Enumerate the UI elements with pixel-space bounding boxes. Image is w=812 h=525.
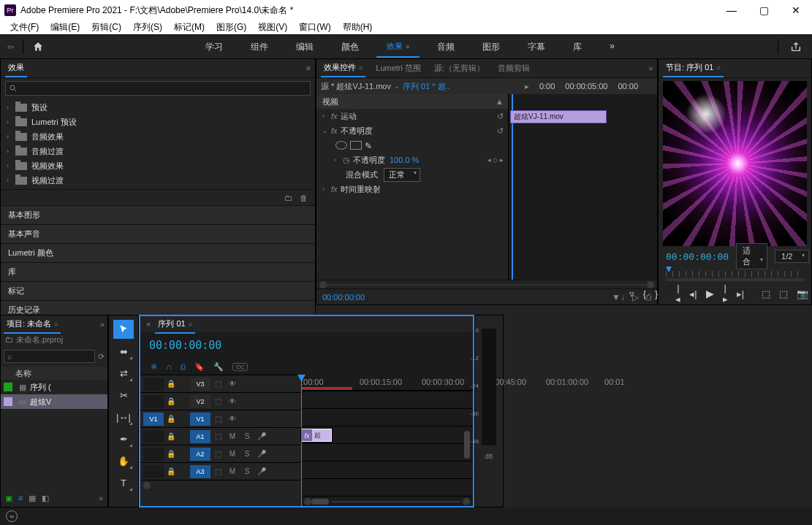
fx-folder-lumetri[interactable]: ›Lumetri 预设 [1,115,315,129]
slip-tool[interactable]: |↔| [113,407,134,426]
tab-lumetri-scopes[interactable]: Lumetri 范围 [373,60,424,77]
maximize-button[interactable]: ▢ [748,0,780,20]
menu-window[interactable]: 窗口(W) [295,20,335,35]
tabs-overflow-icon[interactable]: » [648,64,653,72]
menu-file[interactable]: 文件(F) [6,20,43,35]
resolution-select[interactable]: 1/2 [775,250,809,263]
panel-lumetri-color[interactable]: Lumetri 颜色 [1,243,315,262]
ws-color[interactable]: 颜色 [331,37,369,58]
prop-time-remap[interactable]: ›fx时间重映射 [316,182,508,196]
program-ruler[interactable] [666,267,804,281]
delete-icon[interactable]: 🗑 [300,193,308,202]
effects-search[interactable] [5,81,311,96]
section-toggle-icon[interactable]: ▲ [496,97,504,106]
clip-master[interactable]: 源 * 超炫VJ-11.mov [321,81,391,92]
home-icon[interactable] [32,41,44,53]
zoom-track[interactable] [327,284,647,286]
zoom-handle-left[interactable] [304,498,311,505]
track-v2[interactable]: 🔒V2⬚👁 [140,392,301,410]
zoom-handle-left[interactable] [319,281,327,288]
step-forward-button[interactable]: |▸ [723,283,728,304]
ws-captions[interactable]: 字幕 [517,37,555,58]
export-frame-button[interactable]: 📷 [797,288,808,299]
timeline-timecode[interactable]: 00:00:00:00 [140,339,230,352]
track-select-tool[interactable]: ⬌ [113,342,134,361]
export-frame-icon[interactable]: ⎙ [646,292,651,302]
pen-mask-button[interactable]: ✎ [365,141,376,150]
blend-mode-select[interactable]: 正常 [384,168,420,182]
caption-icon[interactable]: CC [232,363,248,371]
panel-essential-graphics[interactable]: 基本图形 [1,205,315,224]
close-button[interactable]: ✕ [780,0,812,20]
minimize-button[interactable]: — [716,0,748,20]
fx-folder-audio-tr[interactable]: ›音频过渡 [1,144,315,158]
marker-icon[interactable]: 🔖 [194,362,205,372]
tab-audio-clip[interactable]: 音频剪辑 [495,60,533,77]
fx-folder-presets[interactable]: ›预设 [1,100,315,115]
menu-marker[interactable]: 标记(M) [170,20,209,35]
ec-timecode[interactable]: 00:00:00:00 [322,293,365,302]
ws-assembly[interactable]: 组件 [240,37,278,58]
project-filter-icon[interactable]: ⟳ [98,352,105,361]
pen-tool[interactable]: ✒ [113,429,134,448]
freeform-view-icon[interactable]: ◧ [42,494,49,503]
ripple-edit-tool[interactable]: ⇄ [113,364,134,383]
project-row-sequence[interactable]: ▦ 序列 ( [1,380,107,394]
track-a2[interactable]: 🔒A2⬚MS🎤 [140,445,301,462]
hw-accel-icon[interactable]: ▣ [5,494,12,503]
rect-mask-button[interactable] [350,141,362,150]
ws-effects[interactable]: 效果≡ [376,37,420,58]
keyframe-nav[interactable]: ◂ ◇ ▸ [487,156,504,164]
lane-v2[interactable] [301,408,473,426]
track-height-handle[interactable] [143,482,151,489]
program-tc-left[interactable]: 00:00:00:00 [666,251,729,262]
menu-sequence[interactable]: 序列(S) [129,20,167,35]
prop-opacity[interactable]: ⌄fx不透明度 ↺ [316,123,508,138]
lane-v3[interactable] [301,391,473,408]
track-a1[interactable]: 🔒A1⬚MS🎤 [140,427,301,445]
timeline-ruler[interactable]: :00:00 00:00:15:00 00:00:30:00 00:00:45:… [301,375,473,391]
share-icon[interactable] [790,41,802,53]
clip-instance[interactable]: 序列 01 * 超.. [403,81,450,92]
mark-out-button[interactable]: } [655,288,658,299]
panel-markers[interactable]: 标记 [1,281,315,300]
menu-help[interactable]: 帮助(H) [338,20,377,35]
play-toggle-icon[interactable]: ▸ [525,82,529,91]
hscroll-track[interactable] [332,501,460,502]
panel-libraries[interactable]: 库 [1,262,315,281]
extract-button[interactable]: ⬚ [779,288,788,299]
zoom-fit-select[interactable]: 适合 [736,243,767,269]
go-to-in-button[interactable]: |◂ [675,283,680,304]
work-area-bar[interactable] [301,387,352,390]
timeline-playhead[interactable] [301,375,302,506]
menu-clip[interactable]: 剪辑(C) [87,20,126,35]
prop-motion[interactable]: ›fx运动 ↺ [316,109,508,123]
play-button[interactable]: ▶ [706,288,714,299]
program-video[interactable] [663,81,807,246]
step-back-button[interactable]: ◂| [689,288,697,299]
ws-learn[interactable]: 学习 [195,37,233,58]
go-to-out-button[interactable]: ▸| [737,288,744,299]
lane-a3[interactable] [301,478,473,496]
creative-cloud-icon[interactable]: ∞ [6,510,18,522]
prop-opacity-value[interactable]: ›◷不透明度 100.0 % ◂ ◇ ▸ [316,153,508,167]
panel-essential-sound[interactable]: 基本声音 [1,224,315,243]
fx-folder-audio-fx[interactable]: ›音频效果 [1,129,315,144]
menu-edit[interactable]: 编辑(E) [46,20,84,35]
zoom-handle-right[interactable] [647,281,654,288]
tab-source[interactable]: 源:（无剪辑） [431,60,487,77]
new-bin-icon[interactable]: 🗀 [284,193,292,202]
icon-view-icon[interactable]: ▦ [29,494,36,503]
ws-library[interactable]: 库 [563,37,592,58]
ws-overflow[interactable]: » [599,37,625,58]
mark-in-button[interactable]: { [643,288,646,299]
fx-folder-video-tr[interactable]: ›视频过渡 [1,173,315,188]
ws-audio[interactable]: 音频 [427,37,465,58]
tab-effect-controls[interactable]: 效果控件≡ [321,59,365,77]
lift-button[interactable]: ⬚ [762,288,770,299]
proj-overflow-icon[interactable]: » [99,494,103,502]
tab-sequence[interactable]: 序列 01≡ [155,315,195,334]
project-col-name[interactable]: 名称 [1,367,107,380]
lane-v1[interactable]: fx 超 [301,426,473,443]
add-marker-button[interactable]: ▿ [629,288,634,299]
